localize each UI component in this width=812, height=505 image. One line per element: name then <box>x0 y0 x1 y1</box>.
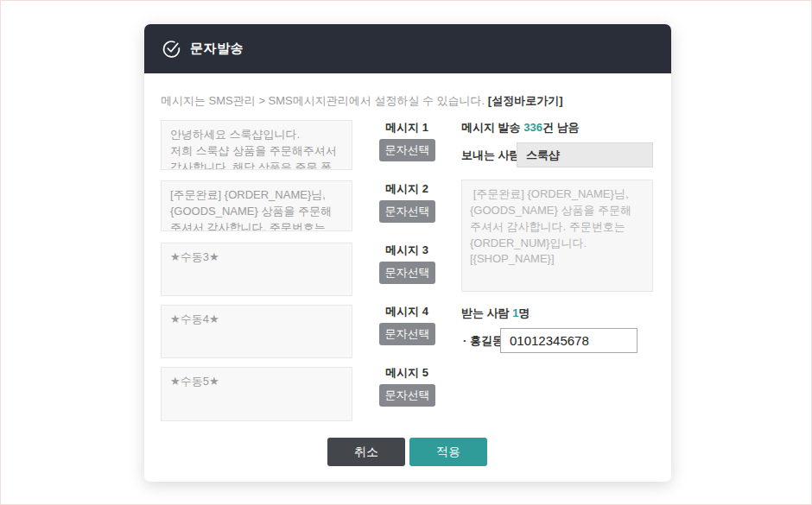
remaining-credit-prefix: 메시지 발송 <box>461 121 523 134</box>
modal-title: 문자발송 <box>190 41 244 57</box>
message-preview-4[interactable]: ★수동4★ <box>161 305 352 358</box>
check-circle-icon <box>162 39 181 59</box>
recipient-name-label: · 홍길동 <box>463 328 504 353</box>
apply-button[interactable]: 적용 <box>409 438 487 466</box>
select-message-2-button[interactable]: 문자선택 <box>379 200 435 223</box>
remaining-credit-text: 메시지 발송 336건 남음 <box>461 120 580 136</box>
selected-message-textarea[interactable]: [주문완료] {ORDER_NAME}님, {GOODS_NAME} 상품을 주… <box>461 180 653 292</box>
sender-input[interactable] <box>517 142 653 167</box>
settings-shortcut-link[interactable]: [설정바로가기] <box>488 94 563 107</box>
settings-info-text: 메시지는 SMS관리 > SMS메시지관리에서 설정하실 수 있습니다. [설정… <box>161 93 563 109</box>
message-preview-5[interactable]: ★수동5★ <box>161 367 352 421</box>
remaining-credit-suffix: 건 남음 <box>542 121 580 134</box>
message-5-label: 메시지 5 <box>351 365 463 381</box>
settings-info-label: 메시지는 SMS관리 > SMS메시지관리에서 설정하실 수 있습니다. <box>161 94 488 107</box>
recipient-count-text: 받는 사람 1명 <box>461 306 530 321</box>
sms-send-modal: 문자발송 메시지는 SMS관리 > SMS메시지관리에서 설정하실 수 있습니다… <box>144 24 671 482</box>
select-message-1-button[interactable]: 문자선택 <box>379 139 435 161</box>
recipient-count-prefix: 받는 사람 <box>461 306 512 319</box>
recipient-count-suffix: 명 <box>518 306 530 319</box>
recipient-phone-input[interactable] <box>500 328 638 353</box>
cancel-button[interactable]: 취소 <box>327 438 405 466</box>
remaining-credit-count: 336 <box>523 121 542 134</box>
message-3-label: 메시지 3 <box>351 243 463 258</box>
message-4-label: 메시지 4 <box>351 304 463 319</box>
page-background: 문자발송 메시지는 SMS관리 > SMS메시지관리에서 설정하실 수 있습니다… <box>0 0 812 505</box>
modal-header: 문자발송 <box>144 24 671 73</box>
message-preview-1[interactable]: 안녕하세요 스룩샵입니다. 저희 스룩샵 상품을 주문해주셔서 감사합니다. 해… <box>161 120 352 170</box>
message-2-label: 메시지 2 <box>351 181 463 197</box>
select-message-4-button[interactable]: 문자선택 <box>379 323 435 345</box>
message-preview-3[interactable]: ★수동3★ <box>161 243 352 296</box>
select-message-3-button[interactable]: 문자선택 <box>379 262 435 284</box>
sender-label: 보내는 사람 <box>461 142 521 167</box>
select-message-5-button[interactable]: 문자선택 <box>379 384 435 407</box>
message-1-label: 메시지 1 <box>351 120 463 136</box>
message-preview-2[interactable]: [주문완료] {ORDER_NAME}님, {GOODS_NAME} 상품을 주… <box>161 180 352 231</box>
